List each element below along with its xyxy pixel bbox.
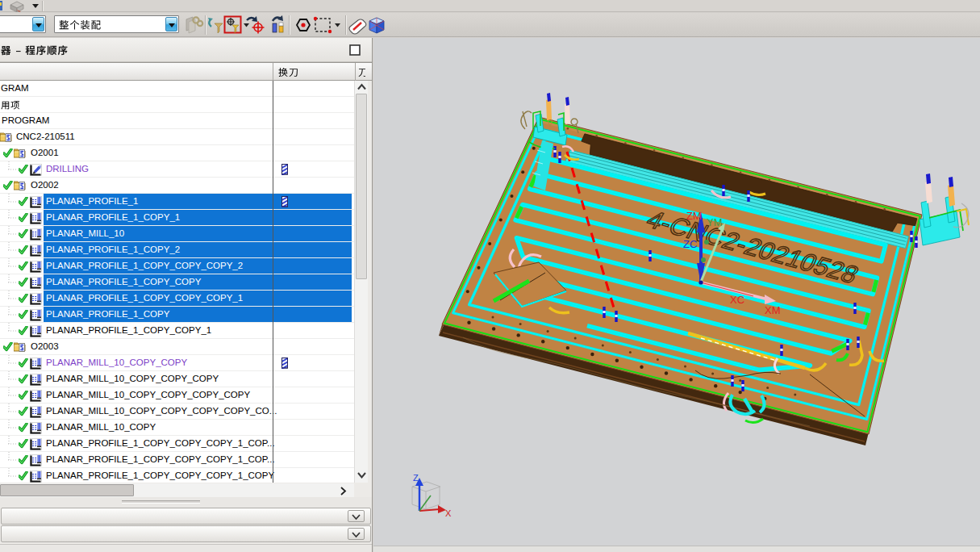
- svg-text:Z: Z: [413, 473, 419, 483]
- svg-text:ZM: ZM: [686, 210, 702, 222]
- svg-text:ZC: ZC: [683, 238, 697, 250]
- svg-text:YM: YM: [707, 216, 723, 228]
- svg-text:X: X: [445, 508, 452, 518]
- svg-text:XM: XM: [765, 304, 781, 316]
- svg-text:XC: XC: [730, 294, 744, 306]
